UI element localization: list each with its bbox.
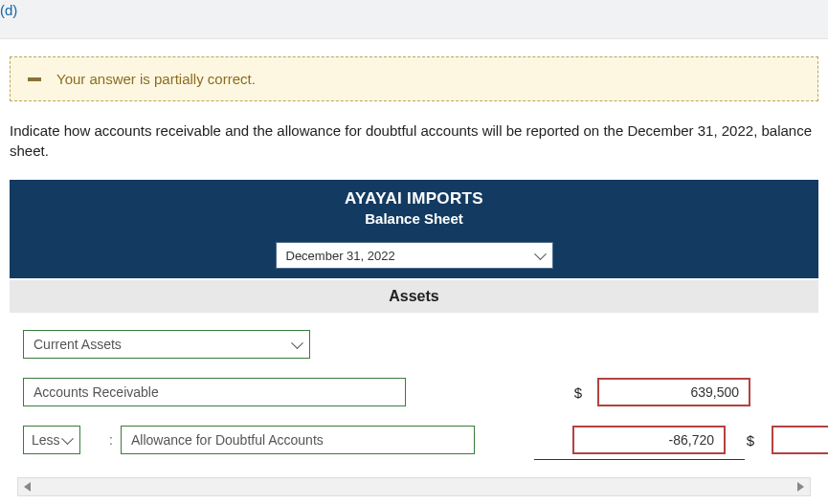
company-name: AYAYAI IMPORTS [10, 189, 818, 208]
line2-label-select[interactable]: Allowance for Doubtful Accounts [121, 426, 475, 454]
line1-value: 639,500 [690, 384, 739, 400]
date-value: December 31, 2022 [286, 249, 395, 263]
line1-label-select[interactable]: Accounts Receivable [23, 378, 406, 406]
less-label: Less [32, 432, 60, 448]
chevron-down-icon [291, 337, 303, 349]
balance-sheet: AYAYAI IMPORTS Balance Sheet December 31… [10, 180, 818, 483]
category-value: Current Assets [34, 337, 122, 352]
part-label: (d) [0, 0, 17, 18]
horizontal-scrollbar[interactable] [17, 477, 811, 496]
line2-value-wrap: -86,720 [572, 426, 735, 454]
grid-area: Current Assets Accounts Receivable $ 639… [10, 313, 818, 483]
row-line1: Accounts Receivable $ 639,500 [23, 378, 805, 406]
top-bar: (d) [0, 0, 828, 39]
net-value-input[interactable] [772, 426, 828, 454]
colon-separator: : [105, 432, 115, 448]
sheet-title: Balance Sheet [10, 210, 818, 227]
currency-symbol: $ [559, 384, 588, 401]
scroll-right-icon[interactable] [797, 482, 804, 492]
date-select[interactable]: December 31, 2022 [276, 242, 553, 269]
row-category: Current Assets [23, 330, 805, 359]
chevron-down-icon [61, 432, 74, 445]
partial-correct-icon [28, 77, 41, 81]
subtotal-underline [534, 459, 745, 460]
less-select[interactable]: Less [23, 426, 80, 454]
currency-symbol-2: $ [741, 432, 766, 449]
content-area: Your answer is partially correct. Indica… [0, 39, 828, 483]
line2-label: Allowance for Doubtful Accounts [131, 432, 324, 448]
line2-value-input[interactable]: -86,720 [572, 426, 726, 454]
question-prompt: Indicate how accounts receivable and the… [10, 121, 818, 161]
sheet-header: AYAYAI IMPORTS Balance Sheet [10, 180, 818, 238]
section-assets: Assets [10, 280, 818, 313]
category-select[interactable]: Current Assets [23, 330, 310, 359]
date-row: December 31, 2022 [10, 238, 818, 278]
line1-value-input[interactable]: 639,500 [597, 378, 750, 406]
line1-label: Accounts Receivable [34, 384, 159, 400]
chevron-down-icon [534, 248, 547, 260]
scroll-left-icon[interactable] [24, 482, 31, 492]
row-line2: Less : Allowance for Doubtful Accounts -… [23, 426, 805, 454]
line2-value: -86,720 [669, 432, 714, 448]
feedback-box: Your answer is partially correct. [10, 56, 818, 101]
feedback-text: Your answer is partially correct. [56, 71, 256, 87]
